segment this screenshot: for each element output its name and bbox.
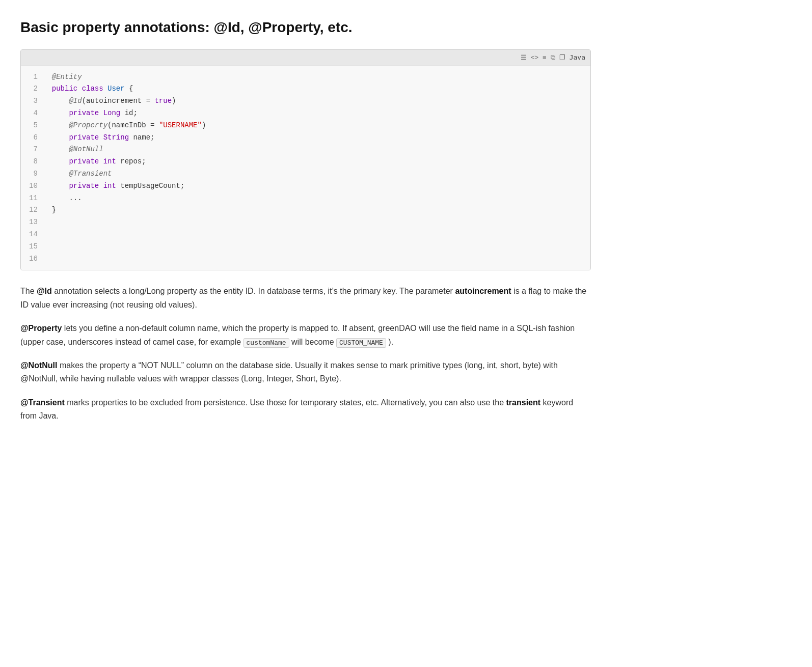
code-line: private Long id; <box>52 107 582 120</box>
line-number: 8 <box>29 156 38 168</box>
line-number: 11 <box>29 192 38 205</box>
code-line: private String name; <box>52 132 582 144</box>
bold-text: @NotNull <box>20 361 57 370</box>
prose-paragraph: @Property lets you define a non-default … <box>20 322 591 349</box>
hamburger-icon[interactable]: ☰ <box>521 52 527 63</box>
language-label: Java <box>570 52 585 63</box>
line-number: 5 <box>29 120 38 132</box>
code-line: private int tempUsageCount; <box>52 180 582 192</box>
expand-icon[interactable]: ❐ <box>559 52 565 63</box>
line-number: 1 <box>29 71 38 84</box>
line-number: 10 <box>29 180 38 192</box>
copy-icon[interactable]: ⧉ <box>551 52 555 63</box>
line-number: 6 <box>29 132 38 144</box>
code-line: @Property(nameInDb = "USERNAME") <box>52 120 582 132</box>
line-number: 4 <box>29 107 38 120</box>
prose-paragraph: The @Id annotation selects a long/Long p… <box>20 285 591 312</box>
code-line: @Transient <box>52 168 582 180</box>
bold-text: transient <box>506 398 541 407</box>
code-icon[interactable]: <> <box>531 52 538 63</box>
code-line: @NotNull <box>52 144 582 156</box>
list-icon[interactable]: ≡ <box>543 52 547 63</box>
line-number: 7 <box>29 144 38 156</box>
code-line: private int repos; <box>52 156 582 168</box>
line-number: 12 <box>29 204 38 216</box>
line-number: 16 <box>29 253 38 265</box>
inline-code: CUSTOM_NAME <box>336 338 386 348</box>
line-number: 9 <box>29 168 38 180</box>
code-content-area: 12345678910111213141516 @Entitypublic cl… <box>21 66 590 270</box>
code-toolbar: ☰ <> ≡ ⧉ ❐ Java <box>21 50 590 66</box>
line-number: 2 <box>29 83 38 95</box>
prose-paragraph: @Transient marks properties to be exclud… <box>20 396 591 423</box>
line-number: 13 <box>29 216 38 229</box>
inline-code: customName <box>243 338 289 348</box>
prose-content: The @Id annotation selects a long/Long p… <box>20 285 591 423</box>
code-block-container: ☰ <> ≡ ⧉ ❐ Java 12345678910111213141516 … <box>20 49 591 271</box>
bold-text: @Property <box>20 324 62 332</box>
code-line: ... <box>52 192 582 205</box>
code-line: } <box>52 204 582 216</box>
line-number-column: 12345678910111213141516 <box>21 71 44 265</box>
bold-text: @Transient <box>20 398 65 407</box>
line-number: 3 <box>29 95 38 107</box>
code-line: public class User { <box>52 83 582 95</box>
bold-text: autoincrement <box>455 287 511 295</box>
code-line: @Entity <box>52 71 582 84</box>
line-number: 15 <box>29 241 38 253</box>
page-title: Basic property annotations: @Id, @Proper… <box>20 16 591 39</box>
bold-text: @Id <box>37 287 52 295</box>
line-number: 14 <box>29 229 38 241</box>
code-line: @Id(autoincrement = true) <box>52 95 582 107</box>
prose-paragraph: @NotNull makes the property a “NOT NULL”… <box>20 359 591 386</box>
code-text: @Entitypublic class User { @Id(autoincre… <box>44 71 590 265</box>
